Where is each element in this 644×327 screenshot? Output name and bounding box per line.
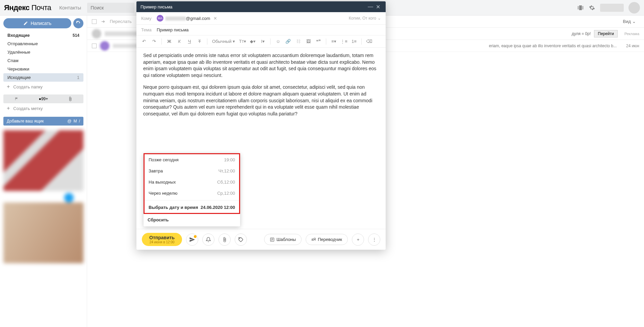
svg-rect-0: [579, 5, 582, 10]
chevron-down-icon: ⌄: [378, 16, 381, 21]
create-folder[interactable]: +Создать папку: [3, 82, 83, 92]
add-mailbox[interactable]: Добавьте ваш ящик @ M /: [3, 117, 83, 126]
row-checkbox[interactable]: [92, 44, 97, 48]
svg-rect-2: [583, 6, 583, 9]
folder-sent[interactable]: Отправленные: [3, 39, 83, 48]
create-label[interactable]: +Создать метку: [3, 103, 83, 113]
minimize-icon[interactable]: —: [367, 3, 374, 10]
refresh-button[interactable]: [73, 18, 83, 28]
compose-header[interactable]: Пример письма — ✕: [136, 1, 386, 12]
row-preview: eriam, eaque ipsa quae ab illo inventore…: [489, 44, 617, 48]
schedule-weekend[interactable]: На выходныхСб,12:00: [145, 176, 239, 188]
align-icon[interactable]: ≡▾: [330, 37, 338, 46]
templates-button[interactable]: Шаблоны: [264, 234, 302, 245]
folder-list: Входящие514 Отправленные Удалённые Спам …: [3, 31, 83, 82]
add-tool-button[interactable]: ＋: [352, 234, 364, 246]
send-button[interactable]: Отправить 24 июня в 12:00: [142, 233, 182, 246]
sidebar-tabs: ● 99+: [3, 94, 83, 103]
mail-icon: /: [79, 119, 80, 124]
layout-icon[interactable]: [577, 4, 584, 11]
chip-avatar: MA: [157, 15, 163, 22]
tab-flag[interactable]: [3, 94, 30, 103]
badge-dot: [194, 235, 197, 238]
folder-inbox[interactable]: Входящие514: [3, 31, 83, 39]
sidebar-ads: [3, 130, 83, 263]
promo-text: дуля = 0р!: [572, 31, 591, 36]
chip-remove-icon[interactable]: ✕: [213, 16, 217, 21]
contacts-link[interactable]: Контакты: [59, 5, 81, 10]
forward-icon: ➔: [101, 19, 105, 24]
user-login[interactable]: [600, 4, 624, 12]
cc-toggle[interactable]: Копии, От кого ⌄: [349, 16, 381, 21]
tab-unread[interactable]: ● 99+: [30, 94, 57, 103]
gear-icon[interactable]: [589, 4, 595, 11]
undo-icon[interactable]: ↶: [140, 37, 148, 46]
user-avatar[interactable]: [628, 2, 640, 13]
to-field[interactable]: Кому MA @gmail.com ✕ Копии, От кого ⌄: [136, 12, 386, 25]
sidebar: Написать Входящие514 Отправленные Удалён…: [0, 16, 87, 327]
tab-attach[interactable]: [57, 94, 83, 103]
font-color-icon[interactable]: ◆▾: [249, 37, 257, 46]
clear-format-icon[interactable]: I▾: [259, 37, 267, 46]
subject-value[interactable]: Пример письма: [157, 27, 189, 32]
row-date: 24 июн: [626, 44, 639, 48]
reminder-button[interactable]: [202, 234, 214, 246]
schedule-send-button[interactable]: [186, 234, 198, 246]
subject-field[interactable]: Тема Пример письма: [136, 25, 386, 35]
promo-go-button[interactable]: Перейти: [594, 30, 618, 37]
link-icon[interactable]: 🔗: [284, 37, 292, 46]
translator-button[interactable]: аЯПереводчик: [306, 234, 348, 245]
chevron-down-icon: ⌄: [632, 19, 636, 24]
unlink-icon[interactable]: ⛓: [294, 37, 302, 46]
gmail-icon: M: [74, 119, 77, 124]
schedule-reset[interactable]: Сбросить: [144, 214, 240, 226]
folder-outbox[interactable]: Исходящие1: [3, 73, 83, 82]
eraser-icon[interactable]: ⌫: [365, 37, 373, 46]
subject-label: Тема: [141, 27, 157, 32]
schedule-pick-datetime[interactable]: Выбрать дату и время24.06.2020 12:00: [145, 202, 239, 213]
logo[interactable]: Яндекс Почта: [4, 3, 51, 12]
label-button[interactable]: [235, 234, 247, 246]
folder-spam[interactable]: Спам: [3, 56, 83, 65]
image-icon[interactable]: 🖼: [304, 37, 312, 46]
view-toggle[interactable]: Вид⌄: [619, 18, 639, 25]
chip-name-blur: [165, 17, 186, 21]
schedule-tomorrow[interactable]: ЗавтраЧт,12:00: [145, 165, 239, 176]
promo-sender: [105, 31, 138, 36]
schedule-later-today[interactable]: Позже сегодня19:00: [145, 154, 239, 165]
quote-icon[interactable]: ❝❞: [314, 37, 323, 46]
emoji-icon[interactable]: ☺: [274, 37, 282, 46]
schedule-next-week[interactable]: Через неделюСр,12:00: [145, 188, 239, 199]
svg-rect-1: [578, 6, 578, 9]
redo-icon[interactable]: ↷: [150, 37, 158, 46]
close-icon[interactable]: ✕: [374, 3, 382, 10]
bold-icon[interactable]: Ж: [165, 37, 173, 46]
folder-drafts[interactable]: Черновики: [3, 65, 83, 73]
folder-trash[interactable]: Удалённые: [3, 48, 83, 56]
compose-toolbar: ↶ ↷ Ж К Ч Т Обычный▾ TT▾ ◆▾ I▾ ☺ 🔗 ⛓ 🖼 ❝…: [136, 35, 386, 48]
bullet-list-icon[interactable]: ⋮≡: [340, 37, 348, 46]
search-input[interactable]: [87, 3, 134, 13]
underline-icon[interactable]: Ч: [185, 37, 194, 46]
compose-button[interactable]: Написать: [3, 18, 71, 28]
forward-label[interactable]: Переслать: [110, 19, 132, 24]
row-avatar: [100, 41, 109, 51]
at-icon: @: [67, 119, 71, 124]
compose-footer: Отправить 24 июня в 12:00 Шаблоны аЯПере…: [136, 229, 386, 250]
more-button[interactable]: ⋮: [368, 234, 380, 246]
svg-point-3: [239, 238, 240, 239]
strike-icon[interactable]: Т: [196, 37, 204, 46]
to-label: Кому: [141, 16, 157, 21]
compose-title: Пример письма: [140, 4, 173, 9]
font-size-icon[interactable]: TT▾: [238, 37, 247, 46]
attach-button[interactable]: [218, 234, 231, 246]
schedule-popup: Позже сегодня19:00 ЗавтраЧт,12:00 На вых…: [144, 153, 240, 226]
promo-avatar: [92, 29, 101, 38]
number-list-icon[interactable]: 1≡: [350, 37, 358, 46]
recipient-chip[interactable]: MA @gmail.com ✕: [157, 15, 217, 22]
style-select[interactable]: Обычный▾: [211, 39, 236, 44]
promo-ad-label: Реклама: [624, 32, 639, 36]
select-all-checkbox[interactable]: [92, 19, 97, 24]
italic-icon[interactable]: К: [175, 37, 183, 46]
